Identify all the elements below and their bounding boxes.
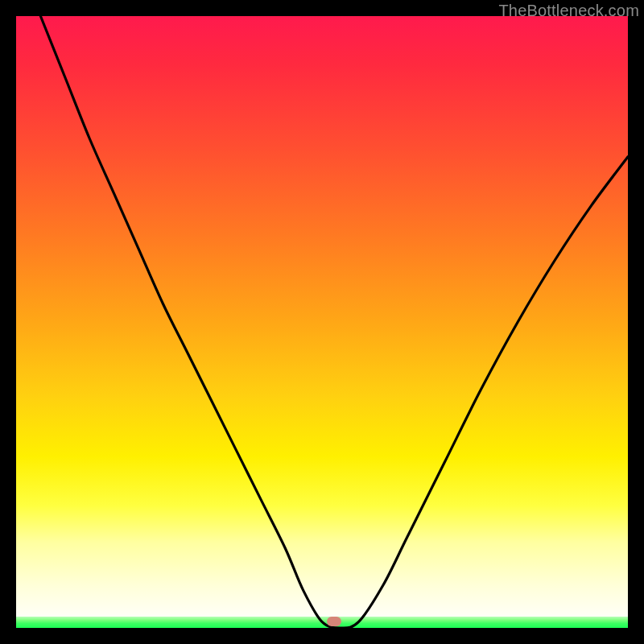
chart-frame: TheBottleneck.com <box>0 0 644 644</box>
optimum-marker <box>327 617 341 626</box>
chart-plot-area <box>16 16 628 628</box>
watermark-text: TheBottleneck.com <box>498 2 639 20</box>
bottleneck-curve <box>16 16 628 628</box>
